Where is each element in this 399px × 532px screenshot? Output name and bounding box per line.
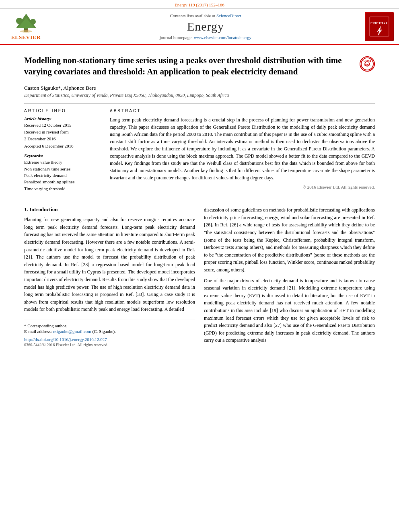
info-abstract-section: ARTICLE INFO Article history: Received 1… <box>24 109 375 193</box>
abstract-col: ABSTRACT Long term peak electricity dema… <box>110 109 375 193</box>
keyword-3: Peak electricity demand <box>24 173 99 179</box>
svg-text:Cross: Cross <box>364 60 371 62</box>
svg-point-6 <box>20 30 32 33</box>
intro-para-right-2: One of the major drivers of electricity … <box>204 277 375 344</box>
affiliation-line: Department of Statistics, University of … <box>24 93 375 98</box>
revised-date: 2 December 2016 <box>24 136 99 142</box>
elsevier-logo-area: ELSEVIER <box>0 9 52 44</box>
revised-label: Received in revised form <box>24 129 99 135</box>
abstract-heading: ABSTRACT <box>110 109 375 113</box>
doi-link[interactable]: http://dx.doi.org/10.1016/j.energy.2016.… <box>24 337 107 342</box>
body-section: 1. Introduction Planning for new generat… <box>24 206 375 347</box>
received-date: Received 12 October 2015 <box>24 122 99 128</box>
article-info-heading: ARTICLE INFO <box>24 109 99 113</box>
keyword-2: Non stationary time series <box>24 166 99 172</box>
elsevier-name: ELSEVIER <box>11 34 41 41</box>
keywords-label: Keywords: <box>24 153 99 158</box>
email-name: (C. Sigauke). <box>93 329 116 334</box>
paper-title-section: Modelling non-stationary time series usi… <box>24 55 375 81</box>
body-right-col: discussion of some guidelines on methods… <box>204 206 375 347</box>
section-number: 1. <box>24 206 28 212</box>
intro-heading: 1. Introduction <box>24 206 195 213</box>
crossmark-icon: Cross Mark <box>360 56 375 72</box>
history-label: Article history: <box>24 116 99 121</box>
intro-para-right-1: discussion of some guidelines on methods… <box>204 206 375 273</box>
copyright-line: © 2016 Elsevier Ltd. All rights reserved… <box>110 185 375 189</box>
keyword-5: Time varying threshold <box>24 186 99 192</box>
email-link[interactable]: csigauke@gmail.com <box>53 329 91 334</box>
body-left-col: 1. Introduction Planning for new generat… <box>24 206 195 347</box>
divider-1 <box>24 103 375 104</box>
homepage-link[interactable]: www.elsevier.com/locate/energy <box>194 35 251 40</box>
divider-2 <box>24 198 375 198</box>
article-info-col: ARTICLE INFO Article history: Received 1… <box>24 109 99 193</box>
journal-center: Contents lists available at ScienceDirec… <box>52 9 359 44</box>
journal-volume-label: Energy 119 (2017) 152–166 <box>0 2 399 8</box>
paper-title: Modelling non-stationary time series usi… <box>24 55 354 78</box>
svg-point-3 <box>16 18 23 24</box>
journal-name: Energy <box>187 20 224 33</box>
energy-logo-area: ENERGY <box>359 9 399 44</box>
keyword-4: Penalized smoothing splines <box>24 179 99 185</box>
svg-point-4 <box>30 19 36 25</box>
paper-content: Modelling non-stationary time series usi… <box>0 45 399 359</box>
elsevier-tree-icon <box>12 13 40 33</box>
doi-line: http://dx.doi.org/10.1016/j.energy.2016.… <box>24 337 195 342</box>
keyword-1: Extreme value theory <box>24 159 99 165</box>
footer-area: * Corresponding author. E-mail address: … <box>24 320 195 347</box>
energy-logo-box: ENERGY <box>365 12 394 41</box>
section-name: Introduction <box>29 206 58 212</box>
sciencedirect-link[interactable]: ScienceDirect <box>216 13 241 18</box>
journal-header-row: ELSEVIER Contents lists available at Sci… <box>0 8 399 44</box>
energy-logo-icon: ENERGY <box>366 13 393 40</box>
email-line: E-mail address: csigauke@gmail.com (C. S… <box>24 329 195 334</box>
abstract-text: Long term peak electricity demand foreca… <box>110 116 375 181</box>
corresponding-label: * Corresponding author. <box>24 323 195 328</box>
contents-line: Contents lists available at ScienceDirec… <box>170 13 241 18</box>
svg-text:ENERGY: ENERGY <box>370 21 388 25</box>
issn-line: 0360-5442/© 2016 Elsevier Ltd. All right… <box>24 343 195 347</box>
journal-top-bar: Energy 119 (2017) 152–166 ELSEVIER Conte… <box>0 0 399 45</box>
homepage-line: journal homepage: www.elsevier.com/locat… <box>160 35 251 40</box>
email-label: E-mail address: <box>24 329 52 334</box>
intro-para-left-1: Planning for new generating capacity and… <box>24 216 195 313</box>
accepted-date: Accepted 6 December 2016 <box>24 143 99 149</box>
authors-line: Caston Sigauke*, Alphonce Bere <box>24 85 375 91</box>
crossmark-badge[interactable]: Cross Mark <box>360 56 375 72</box>
